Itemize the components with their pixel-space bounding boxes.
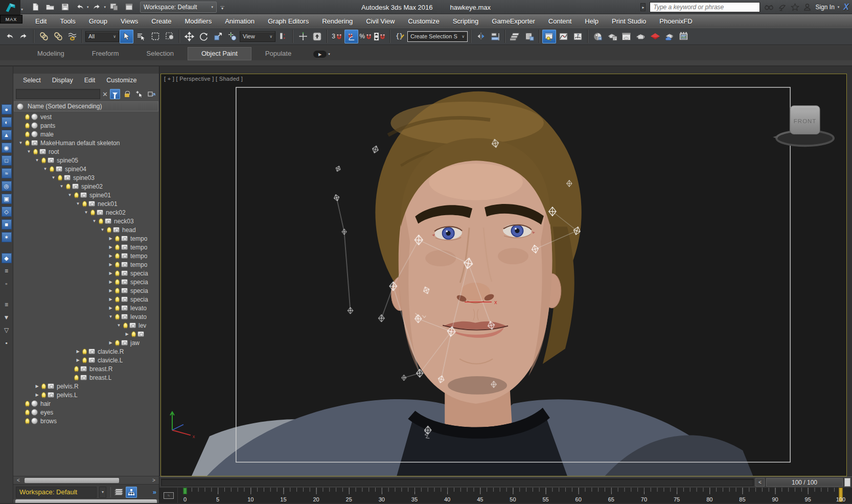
redo-button[interactable] (90, 1, 104, 13)
workspace-dropdown[interactable]: Workspace: Default ▾ (140, 2, 217, 13)
open-mini-curve-editor-button[interactable]: ↑↓ (159, 488, 178, 503)
open-recent-window-button[interactable] (122, 1, 135, 13)
visibility-bulb-icon[interactable] (115, 340, 120, 346)
expand-arrow-icon[interactable] (107, 314, 114, 319)
display-hidden-icon[interactable]: ◆ (2, 253, 12, 263)
explorer-menu-item[interactable]: Display (47, 77, 79, 84)
expand-arrow-icon[interactable] (107, 245, 114, 249)
expand-arrow-icon[interactable] (50, 175, 57, 180)
visibility-bulb-icon[interactable] (115, 270, 120, 277)
menu-item[interactable]: Help (578, 15, 605, 28)
menu-item[interactable]: Civil View (359, 15, 401, 28)
set-project-folder-button[interactable] (107, 1, 121, 13)
tree-row[interactable]: spine01 (13, 191, 159, 199)
tree-row[interactable]: neck02 (13, 208, 159, 217)
save-file-button[interactable] (58, 1, 72, 13)
snap-toggle-3d-icon[interactable]: 3 (330, 30, 344, 43)
ribbon-tab[interactable]: Populate (251, 47, 305, 60)
expand-arrow-icon[interactable] (107, 280, 114, 284)
tree-row[interactable]: tempo (13, 260, 159, 269)
scroll-left-arrow-icon[interactable]: < (15, 477, 21, 484)
mirror-icon[interactable] (474, 30, 488, 43)
menu-item[interactable]: Tools (53, 15, 82, 28)
selection-filter-dropdown[interactable]: All∨ (85, 31, 119, 42)
visibility-bulb-icon[interactable] (115, 253, 120, 259)
tree-row[interactable]: tempo (13, 251, 159, 260)
visibility-bulb-icon[interactable] (74, 375, 79, 381)
tree-row[interactable]: neck01 (13, 199, 159, 208)
tree-row[interactable]: eyes (13, 408, 159, 417)
ribbon-tab[interactable]: Freeform (78, 47, 133, 60)
visibility-bulb-icon[interactable] (33, 149, 38, 155)
tree-row[interactable] (13, 330, 159, 338)
visibility-bulb-icon[interactable] (25, 131, 30, 138)
expand-arrow-icon[interactable] (116, 323, 122, 328)
expand-arrow-icon[interactable] (58, 184, 65, 189)
select-and-rotate-icon[interactable] (197, 30, 211, 43)
visibility-bulb-icon[interactable] (25, 114, 30, 120)
undo-caret-icon[interactable]: ▾ (87, 5, 89, 9)
communication-center-icon[interactable] (778, 3, 787, 11)
isolate-layers-icon[interactable] (115, 489, 123, 496)
expand-arrow-icon[interactable] (124, 332, 130, 336)
rendered-frame-window-icon[interactable] (619, 30, 633, 43)
expand-arrow-icon[interactable] (99, 227, 106, 232)
visibility-bulb-icon[interactable] (25, 140, 30, 146)
visibility-bulb-icon[interactable] (90, 210, 95, 216)
visibility-bulb-icon[interactable] (107, 227, 111, 233)
redo-caret-icon[interactable]: ▾ (104, 5, 106, 9)
visibility-bulb-icon[interactable] (25, 123, 30, 129)
search-binoculars-icon[interactable] (764, 3, 774, 11)
time-slider-button[interactable]: 100 / 100 (766, 478, 843, 487)
layer-manager-icon[interactable] (508, 30, 522, 43)
pick-parent-icon[interactable] (134, 89, 145, 99)
select-and-scale-icon[interactable] (211, 30, 225, 43)
expand-arrow-icon[interactable] (83, 210, 89, 215)
expand-arrow-icon[interactable] (75, 349, 81, 354)
collapse-all-icon[interactable]: ▫ (2, 279, 12, 289)
menu-item[interactable]: Animation (218, 15, 261, 28)
percent-snap-icon[interactable]: % (359, 30, 373, 43)
visibility-bulb-icon[interactable] (99, 218, 103, 224)
filter-selection-icon[interactable] (110, 89, 120, 99)
expand-arrow-icon[interactable] (107, 340, 114, 345)
edit-named-selection-sets-icon[interactable]: {} (393, 30, 407, 43)
tree-row[interactable]: breast.L (13, 373, 159, 382)
visibility-bulb-icon[interactable] (82, 357, 87, 363)
expand-arrow-icon[interactable] (34, 158, 40, 163)
expand-arrow-icon[interactable] (26, 149, 32, 154)
expand-arrow-icon[interactable] (75, 358, 81, 362)
app-logo[interactable] (0, 0, 20, 15)
expand-all-icon[interactable]: ≡ (2, 266, 12, 276)
tree-row[interactable]: clavicle.R (13, 347, 159, 356)
select-children-icon[interactable] (147, 89, 157, 99)
help-search-input[interactable] (650, 2, 760, 12)
tree-row[interactable]: levato (13, 312, 159, 321)
lock-explorer-icon[interactable] (122, 89, 132, 99)
expand-arrow-icon[interactable] (75, 201, 81, 206)
visibility-bulb-icon[interactable] (131, 331, 136, 337)
sign-in-caret-icon[interactable]: ▾ (838, 5, 840, 9)
render-production-icon[interactable] (634, 30, 648, 43)
display-frozen-icon[interactable]: ✶ (2, 232, 12, 242)
menu-item[interactable]: Create (145, 15, 178, 28)
clear-search-icon[interactable]: ✕ (102, 90, 108, 98)
ribbon-tab[interactable]: Modeling (24, 47, 78, 60)
visibility-bulb-icon[interactable] (66, 184, 71, 190)
display-helpers-icon[interactable]: □ (2, 155, 12, 166)
ribbon-flyout-caret-icon[interactable]: ▾ (328, 52, 330, 56)
time-slider-track[interactable] (161, 478, 754, 486)
keyframe-marker[interactable] (183, 488, 187, 494)
select-and-manipulate-icon[interactable] (276, 30, 290, 43)
tree-row[interactable]: specia (13, 278, 159, 286)
viewport-label[interactable]: [ + ] [ Perspective ] [ Shaded ] (164, 76, 243, 82)
app-menu-caret-icon[interactable]: ▾ (21, 7, 23, 12)
display-spacewarps-icon[interactable]: ≈ (2, 168, 12, 178)
visibility-bulb-icon[interactable] (115, 296, 120, 303)
display-lights-icon[interactable]: ▲ (2, 130, 12, 140)
tree-row[interactable]: specia (13, 286, 159, 295)
qat-overflow-button[interactable]: —▾ (220, 5, 224, 10)
tree-row[interactable]: tempo (13, 243, 159, 251)
display-containers-icon[interactable]: ■ (2, 219, 12, 230)
tree-row[interactable]: brows (13, 417, 159, 425)
